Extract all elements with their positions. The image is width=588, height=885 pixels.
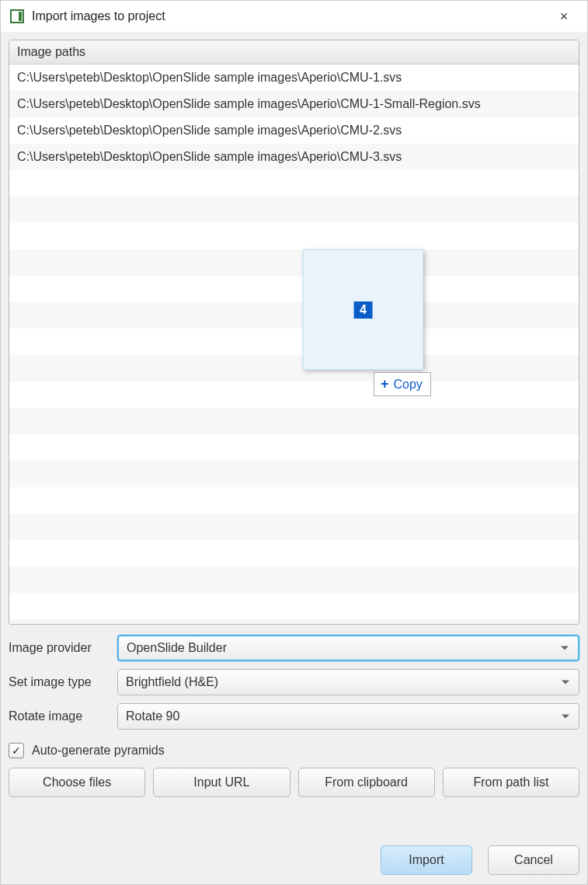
list-item xyxy=(9,540,579,566)
window-title: Import images to project xyxy=(32,9,548,23)
chevron-down-icon xyxy=(562,681,569,685)
list-item xyxy=(9,170,579,197)
rotate-row: Rotate image Rotate 90 xyxy=(9,702,579,730)
list-item xyxy=(9,355,579,382)
list-item xyxy=(9,408,579,434)
drag-action-label: + Copy xyxy=(374,372,431,396)
list-item[interactable]: C:\Users\peteb\Desktop\OpenSlide sample … xyxy=(9,144,579,170)
list-item xyxy=(9,249,579,276)
list-item xyxy=(9,461,579,487)
close-icon[interactable]: × xyxy=(548,9,579,25)
plus-icon: + xyxy=(381,376,389,392)
from-clipboard-button[interactable]: From clipboard xyxy=(298,768,435,797)
source-buttons-row: Choose files Input URL From clipboard Fr… xyxy=(9,768,579,797)
provider-value: OpenSlide Builder xyxy=(127,641,227,655)
list-item xyxy=(9,197,579,223)
input-url-button[interactable]: Input URL xyxy=(153,768,290,797)
pyramids-checkbox-row[interactable]: ✓ Auto-generate pyramids xyxy=(9,743,579,758)
image-paths-list[interactable]: C:\Users\peteb\Desktop\OpenSlide sample … xyxy=(9,64,579,624)
list-item xyxy=(9,566,579,593)
image-paths-panel: Image paths C:\Users\peteb\Desktop\OpenS… xyxy=(9,40,579,625)
cancel-button[interactable]: Cancel xyxy=(488,845,579,875)
list-item[interactable]: C:\Users\peteb\Desktop\OpenSlide sample … xyxy=(9,91,579,117)
type-row: Set image type Brightfield (H&E) xyxy=(9,668,579,696)
type-value: Brightfield (H&E) xyxy=(126,675,218,689)
panel-header: Image paths xyxy=(9,40,579,64)
drag-action-text: Copy xyxy=(394,378,423,392)
list-item xyxy=(9,329,579,355)
content-area: Image paths C:\Users\peteb\Desktop\OpenS… xyxy=(1,32,587,884)
titlebar: Import images to project × xyxy=(1,1,587,32)
options-form: Image provider OpenSlide Builder Set ima… xyxy=(9,634,579,737)
dialog-footer: Import Cancel xyxy=(9,833,579,875)
list-item xyxy=(9,276,579,302)
app-icon xyxy=(10,9,24,23)
list-item xyxy=(9,487,579,514)
from-path-list-button[interactable]: From path list xyxy=(443,768,579,797)
chevron-down-icon xyxy=(561,646,569,650)
type-combo[interactable]: Brightfield (H&E) xyxy=(117,669,579,695)
drag-ghost: 4 xyxy=(303,249,423,370)
chevron-down-icon xyxy=(562,715,569,719)
rotate-value: Rotate 90 xyxy=(126,709,179,723)
import-button[interactable]: Import xyxy=(381,845,472,875)
pyramids-checkbox[interactable]: ✓ xyxy=(9,743,24,758)
drag-count-badge: 4 xyxy=(353,301,373,319)
pyramids-label: Auto-generate pyramids xyxy=(32,744,165,758)
list-item xyxy=(9,619,579,624)
provider-row: Image provider OpenSlide Builder xyxy=(9,634,579,662)
choose-files-button[interactable]: Choose files xyxy=(9,768,145,797)
list-item xyxy=(9,434,579,461)
type-label: Set image type xyxy=(9,675,117,689)
provider-label: Image provider xyxy=(9,641,117,655)
list-item xyxy=(9,223,579,249)
list-item xyxy=(9,302,579,329)
rotate-label: Rotate image xyxy=(9,709,117,723)
list-item xyxy=(9,593,579,619)
list-item xyxy=(9,382,579,408)
provider-combo[interactable]: OpenSlide Builder xyxy=(117,635,579,661)
rotate-combo[interactable]: Rotate 90 xyxy=(117,703,579,730)
list-item xyxy=(9,514,579,540)
list-item[interactable]: C:\Users\peteb\Desktop\OpenSlide sample … xyxy=(9,117,579,144)
list-item[interactable]: C:\Users\peteb\Desktop\OpenSlide sample … xyxy=(9,64,579,91)
